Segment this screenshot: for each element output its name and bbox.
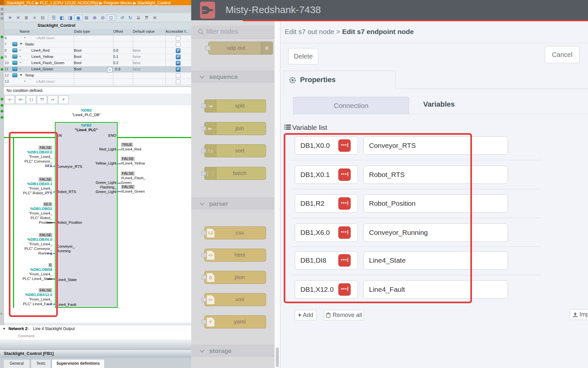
palette-scrollbar[interactable]: [275, 20, 280, 368]
tab-supervision-definitions[interactable]: Supervision definitions: [52, 359, 105, 368]
table-row[interactable]: 12 ▼ Temp: [4, 73, 191, 79]
output-operand[interactable]: TRUE #Line4_Red: [121, 142, 163, 151]
db-instance-label[interactable]: %DB2 "Line4_PLC_DB": [55, 108, 118, 117]
toolbar-icon-active[interactable]: ▣: [74, 15, 82, 21]
toolbar-icon[interactable]: ⊟: [39, 15, 47, 20]
table-row[interactable]: 6 ▪ <Add new>: [4, 35, 191, 42]
input-pin[interactable]: Robot_RTS: [57, 189, 76, 194]
table-row-selected[interactable]: 11 ▪ Line4_Green Bool ≡ 0.3 false: [4, 66, 191, 73]
table-row[interactable]: 13 ▪ <Add new>: [4, 79, 191, 85]
accessible-checkbox[interactable]: [176, 79, 180, 84]
output-pin[interactable]: Red_Light: [80, 147, 116, 151]
tab-variables[interactable]: Variables: [413, 100, 465, 109]
import-button[interactable]: Imp: [570, 309, 588, 320]
palette-section-sequence[interactable]: sequence: [191, 71, 275, 82]
bullet-icon: ▪: [24, 79, 25, 83]
palette-node-join[interactable]: ⇤ join: [204, 122, 266, 135]
table-row[interactable]: 7 ▼ Static: [4, 42, 191, 48]
palette-node-html[interactable]: <> html: [204, 249, 266, 262]
toolbar-icon[interactable]: ↺: [118, 15, 126, 20]
table-row[interactable]: 9 ▪ Line4_Yellow Bool 0.1 false: [4, 54, 191, 60]
scrollbar-thumb[interactable]: [276, 347, 279, 367]
toolbar-icon[interactable]: ≣: [22, 15, 30, 20]
input-pin[interactable]: Conveyor_RTS: [57, 164, 82, 169]
palette-search[interactable]: filter nodes: [191, 26, 275, 39]
accessible-checkbox[interactable]: [176, 36, 180, 41]
input-pin[interactable]: Conveyor_ Running: [57, 244, 75, 253]
palette-section-parser[interactable]: parser: [191, 198, 275, 209]
collapse-triangle-icon[interactable]: ▼: [20, 42, 23, 45]
palette-node-batch[interactable]: ⋮⋮ batch: [204, 167, 266, 180]
toolbar-icon[interactable]: ✳: [6, 15, 14, 20]
breadcrumb-parent[interactable]: Edit s7 out node: [285, 28, 334, 35]
lad-coil-icon[interactable]: ( ): [26, 96, 36, 104]
palette-node-json[interactable]: {} json: [204, 271, 266, 284]
collapse-triangle-icon[interactable]: ▼: [3, 325, 6, 333]
toolbar-icon[interactable]: ⇈: [143, 15, 151, 20]
output-pin[interactable]: Yellow_Light: [80, 161, 116, 166]
remove-all-button[interactable]: Remove all: [324, 310, 364, 321]
table-row[interactable]: 10 ▪ Line4_Flash_Green Bool 0.2 false: [4, 60, 191, 66]
toolbar-icon[interactable]: ≡: [30, 15, 39, 20]
col-accessible[interactable]: Accessible f...: [165, 29, 189, 33]
toolbar-icon[interactable]: ↻: [126, 15, 134, 20]
lad-close-branch-icon[interactable]: ↱: [59, 96, 69, 104]
table-row[interactable]: 8 ▪ Line4_Red Bool 0.0 false: [4, 48, 191, 54]
delete-button[interactable]: Delete: [288, 48, 318, 64]
palette-node-split[interactable]: ⇥ split: [204, 99, 266, 113]
dropdown-icon[interactable]: ≡: [107, 67, 112, 72]
palette-node-xml[interactable]: <> xml: [204, 293, 266, 306]
comment-row[interactable]: Comment: [0, 332, 191, 340]
lad-open-branch-icon[interactable]: ↦: [48, 96, 58, 104]
toolbar-icon[interactable]: ◧: [58, 15, 66, 20]
flow-title: Misty-Redshank-7438: [226, 4, 321, 15]
toolbar-icon[interactable]: ✕: [14, 15, 22, 20]
accessible-checkbox[interactable]: [176, 48, 180, 53]
breadcrumb[interactable]: Stacklight_PLC ▶ PLC_1 [CPU 1212C AC/DC/…: [0, 0, 191, 5]
lad-empty-box-icon[interactable]: ??: [37, 96, 47, 104]
output-operand[interactable]: FALSE #Line4_Flash_ Green: [121, 171, 163, 185]
output-operand[interactable]: FALSE #Line4_Green: [121, 184, 163, 194]
properties-tab[interactable]: Properties: [283, 71, 396, 89]
col-name[interactable]: Name: [20, 29, 30, 33]
palette-node-udp-out[interactable]: udp out ≋: [208, 42, 273, 55]
toolbar-icon[interactable]: ⊖: [99, 15, 107, 20]
input-pin[interactable]: Robot_Position: [57, 220, 82, 225]
tab-general[interactable]: General: [3, 359, 30, 368]
col-default[interactable]: Default value: [133, 29, 155, 33]
tab-connection[interactable]: Connection: [293, 97, 409, 114]
cancel-button[interactable]: Cancel: [545, 46, 580, 63]
palette-node-csv[interactable]: 1,2 csv: [204, 226, 266, 239]
toolbar-icon[interactable]: ⊕: [91, 15, 99, 20]
chevron-down-icon: [200, 348, 204, 353]
toolbar-icon[interactable]: ⊞: [82, 15, 91, 20]
tab-texts[interactable]: Texts: [31, 359, 51, 368]
output-operand[interactable]: FALSE #Line4_Yellow: [121, 156, 163, 166]
accessible-checkbox[interactable]: [176, 55, 180, 59]
toolbar-icon[interactable]: ≋: [151, 15, 159, 20]
eno-pin[interactable]: ENO: [80, 133, 116, 137]
accessible-checkbox[interactable]: [176, 61, 180, 65]
lad-contact-icon[interactable]: ⊣⊢: [5, 96, 15, 104]
accessible-checkbox[interactable]: [176, 67, 180, 72]
col-offset[interactable]: Offset: [113, 29, 123, 33]
expand-icon[interactable]: »: [0, 311, 2, 315]
toolbar-icon-active[interactable]: ⊡: [107, 15, 115, 21]
collapse-triangle-icon[interactable]: ▼: [20, 73, 23, 77]
palette-section-storage[interactable]: storage: [191, 345, 275, 357]
input-pin[interactable]: Line4_Fault: [57, 302, 76, 307]
col-type[interactable]: Data type: [74, 29, 90, 33]
input-pin[interactable]: Line4_State: [57, 277, 76, 282]
add-variable-button[interactable]: + Add: [295, 310, 316, 321]
accessible-checkbox[interactable]: [176, 73, 180, 78]
network2-row[interactable]: ▼ Network 2:Line 4 Stacklight Output: [0, 325, 191, 332]
palette-node-sort[interactable]: ↑↓ sort: [204, 144, 266, 157]
output-pin[interactable]: Green_Light: [80, 180, 116, 185]
palette-node-yaml[interactable]: Y yaml: [204, 315, 266, 328]
toolbar-icon[interactable]: ◨: [66, 15, 74, 20]
output-pin[interactable]: Flashing_ Green_Light: [80, 185, 116, 194]
toolbar-icon[interactable]: ☰: [50, 15, 58, 20]
toolbar-icon[interactable]: ⇊: [134, 15, 143, 20]
accessible-checkbox[interactable]: [176, 42, 180, 47]
lad-neg-contact-icon[interactable]: ⊣/⊢: [15, 96, 25, 104]
